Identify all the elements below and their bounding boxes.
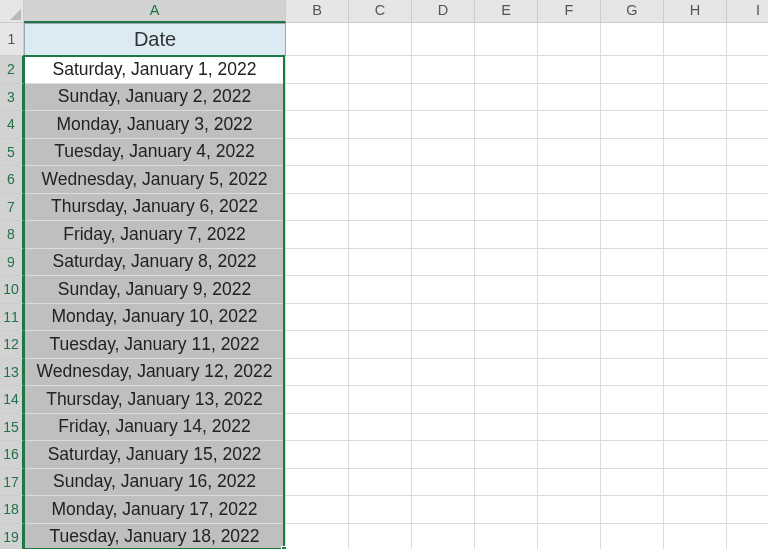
row-header-10[interactable]: 10 (0, 276, 24, 304)
cell-B2[interactable] (286, 56, 349, 84)
cell-I15[interactable] (727, 414, 768, 442)
cell-C14[interactable] (349, 386, 412, 414)
cell-G18[interactable] (601, 496, 664, 524)
cell-E14[interactable] (475, 386, 538, 414)
cell-H10[interactable] (664, 276, 727, 304)
cell-B15[interactable] (286, 414, 349, 442)
cell-C1[interactable] (349, 23, 412, 56)
cell-I17[interactable] (727, 469, 768, 497)
cell-H13[interactable] (664, 359, 727, 387)
cell-G3[interactable] (601, 84, 664, 112)
cell-C7[interactable] (349, 194, 412, 222)
cell-B14[interactable] (286, 386, 349, 414)
cell-F3[interactable] (538, 84, 601, 112)
cell-C13[interactable] (349, 359, 412, 387)
cell-E2[interactable] (475, 56, 538, 84)
cell-G9[interactable] (601, 249, 664, 277)
row-header-9[interactable]: 9 (0, 249, 24, 277)
row-header-18[interactable]: 18 (0, 496, 24, 524)
cell-I3[interactable] (727, 84, 768, 112)
column-header-A[interactable]: A (24, 0, 286, 23)
cell-E13[interactable] (475, 359, 538, 387)
column-header-H[interactable]: H (664, 0, 727, 23)
cell-I1[interactable] (727, 23, 768, 56)
column-header-I[interactable]: I (727, 0, 768, 23)
cell-A6[interactable]: Wednesday, January 5, 2022 (24, 166, 286, 194)
cell-B1[interactable] (286, 23, 349, 56)
cell-I16[interactable] (727, 441, 768, 469)
row-header-17[interactable]: 17 (0, 469, 24, 497)
cell-I18[interactable] (727, 496, 768, 524)
cell-A13[interactable]: Wednesday, January 12, 2022 (24, 359, 286, 387)
cell-B18[interactable] (286, 496, 349, 524)
cell-F11[interactable] (538, 304, 601, 332)
cell-C12[interactable] (349, 331, 412, 359)
cell-E16[interactable] (475, 441, 538, 469)
cell-E5[interactable] (475, 139, 538, 167)
column-header-G[interactable]: G (601, 0, 664, 23)
cell-H4[interactable] (664, 111, 727, 139)
cell-E4[interactable] (475, 111, 538, 139)
cell-B5[interactable] (286, 139, 349, 167)
cell-G8[interactable] (601, 221, 664, 249)
cell-E9[interactable] (475, 249, 538, 277)
cell-B9[interactable] (286, 249, 349, 277)
cell-G12[interactable] (601, 331, 664, 359)
cell-E8[interactable] (475, 221, 538, 249)
cell-I10[interactable] (727, 276, 768, 304)
cell-D11[interactable] (412, 304, 475, 332)
cell-E7[interactable] (475, 194, 538, 222)
cell-I8[interactable] (727, 221, 768, 249)
cell-E17[interactable] (475, 469, 538, 497)
cell-H15[interactable] (664, 414, 727, 442)
cell-C4[interactable] (349, 111, 412, 139)
cell-B11[interactable] (286, 304, 349, 332)
cell-F5[interactable] (538, 139, 601, 167)
row-header-3[interactable]: 3 (0, 84, 24, 112)
cell-I4[interactable] (727, 111, 768, 139)
cell-D3[interactable] (412, 84, 475, 112)
cell-H7[interactable] (664, 194, 727, 222)
cell-C10[interactable] (349, 276, 412, 304)
cell-B6[interactable] (286, 166, 349, 194)
column-header-B[interactable]: B (286, 0, 349, 23)
cell-D18[interactable] (412, 496, 475, 524)
cell-F17[interactable] (538, 469, 601, 497)
cell-C18[interactable] (349, 496, 412, 524)
cell-A12[interactable]: Tuesday, January 11, 2022 (24, 331, 286, 359)
row-header-16[interactable]: 16 (0, 441, 24, 469)
cell-C17[interactable] (349, 469, 412, 497)
select-all-corner[interactable] (0, 0, 24, 23)
row-header-14[interactable]: 14 (0, 386, 24, 414)
cell-A2[interactable]: Saturday, January 1, 2022 (24, 56, 286, 84)
cell-G1[interactable] (601, 23, 664, 56)
cell-A7[interactable]: Thursday, January 6, 2022 (24, 194, 286, 222)
cell-F12[interactable] (538, 331, 601, 359)
cell-E15[interactable] (475, 414, 538, 442)
cell-G7[interactable] (601, 194, 664, 222)
cell-D14[interactable] (412, 386, 475, 414)
cell-E3[interactable] (475, 84, 538, 112)
cell-D19[interactable] (412, 524, 475, 550)
cell-D15[interactable] (412, 414, 475, 442)
cell-A9[interactable]: Saturday, January 8, 2022 (24, 249, 286, 277)
row-header-7[interactable]: 7 (0, 194, 24, 222)
cell-G6[interactable] (601, 166, 664, 194)
cell-H3[interactable] (664, 84, 727, 112)
cell-E1[interactable] (475, 23, 538, 56)
cell-B8[interactable] (286, 221, 349, 249)
cell-G19[interactable] (601, 524, 664, 550)
row-header-2[interactable]: 2 (0, 56, 24, 84)
cell-B10[interactable] (286, 276, 349, 304)
cell-D16[interactable] (412, 441, 475, 469)
cell-F16[interactable] (538, 441, 601, 469)
cell-D17[interactable] (412, 469, 475, 497)
cell-C6[interactable] (349, 166, 412, 194)
cell-E10[interactable] (475, 276, 538, 304)
cell-B7[interactable] (286, 194, 349, 222)
cell-H19[interactable] (664, 524, 727, 550)
cell-F15[interactable] (538, 414, 601, 442)
cell-F1[interactable] (538, 23, 601, 56)
cell-D13[interactable] (412, 359, 475, 387)
row-header-8[interactable]: 8 (0, 221, 24, 249)
